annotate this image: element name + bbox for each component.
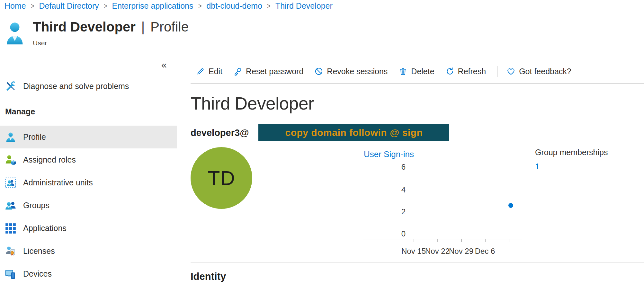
devices-icon [5,269,16,280]
sidebar-collapse-icon[interactable]: « [161,60,167,70]
sidebar-item-diagnose[interactable]: Diagnose and solve problems [0,76,177,96]
breadcrumb: Home > Default Directory > Enterprise ap… [4,1,333,11]
user-principal-name: developer3@ copy domain followin @ sign [191,124,449,141]
license-icon [5,246,16,257]
avatar: TD [191,147,252,209]
section-divider [191,262,644,262]
people-icon [5,200,16,211]
sidebar-item-applications[interactable]: Applications [0,217,177,240]
admin-units-icon [5,177,16,188]
sidebar-item-label: Licenses [23,246,55,256]
page-title-divider: | [139,19,147,34]
y-axis-tick: 4 [363,185,406,194]
breadcrumb-third-developer[interactable]: Third Developer [275,1,333,11]
sidebar-menu: Profile Assigned roles [0,126,177,284]
breadcrumb-separator: > [31,2,34,10]
page-header-text: Third Developer | Profile User [33,18,189,47]
breadcrumb-enterprise-applications[interactable]: Enterprise applications [112,1,193,11]
identity-section-heading: Identity [191,271,226,282]
sidebar-item-label: Assigned roles [23,155,76,164]
person-icon [5,132,16,143]
sidebar-item-profile[interactable]: Profile [0,126,177,148]
y-axis-tick: 6 [363,163,406,172]
reset-password-button[interactable]: Reset password [233,67,303,76]
upn-prefix: developer3@ [191,128,249,138]
revoke-sessions-label: Revoke sessions [327,67,388,76]
sidebar-item-label: Profile [23,132,46,142]
breadcrumb-separator: > [198,2,201,10]
block-icon [314,67,323,76]
sidebar-item-label: Applications [23,224,67,233]
heart-icon [506,67,515,76]
got-feedback-button[interactable]: Got feedback? [506,67,571,76]
page-header: Third Developer | Profile User [6,18,189,48]
sidebar-item-label: Groups [23,201,49,210]
sidebar-item-administrative-units[interactable]: Administrative units [0,171,177,194]
sidebar-section-heading: Manage [5,107,35,116]
edit-label: Edit [209,67,222,76]
delete-button[interactable]: Delete [398,67,434,76]
main-content: Third Developer developer3@ copy domain … [191,84,644,284]
signin-data-point [508,203,513,208]
x-axis-tickmark [485,239,486,242]
domain-redaction-overlay: copy domain followin @ sign [258,124,449,141]
page-title-name: Third Developer [33,19,136,34]
edit-button[interactable]: Edit [196,67,222,76]
user-signins-chart: User Sign-ins 6 4 2 0 Nov 15 Nov 22 Nov … [363,149,522,259]
breadcrumb-default-directory[interactable]: Default Directory [39,1,99,11]
x-axis-tickmark [461,239,462,242]
group-memberships-count-link[interactable]: 1 [535,162,608,172]
breadcrumb-home[interactable]: Home [4,1,26,11]
chart-title-link[interactable]: User Sign-ins [364,149,414,159]
profile-display-name: Third Developer [191,93,314,114]
sidebar-item-licenses[interactable]: Licenses [0,240,177,262]
sidebar-item-label: Devices [23,269,52,279]
page-title-section: Profile [150,19,189,34]
page-title: Third Developer | Profile [33,18,189,36]
x-axis-tickmark [437,239,438,242]
page-subtitle: User [33,39,189,47]
x-axis-line [363,239,522,239]
avatar-initials: TD [208,166,235,190]
got-feedback-label: Got feedback? [519,67,571,76]
breadcrumb-separator: > [104,2,107,10]
group-memberships-label: Group memberships [535,148,608,157]
x-axis-tickmark [414,239,414,242]
pencil-icon [196,67,205,76]
refresh-label: Refresh [458,67,486,76]
sidebar-item-label: Administrative units [23,178,93,187]
toolbar-separator [497,66,498,77]
y-axis-tick: 2 [363,207,406,216]
sidebar-item-devices[interactable]: Devices [0,262,177,284]
sidebar-divider [4,125,163,125]
refresh-button[interactable]: Refresh [445,67,486,76]
refresh-icon [445,67,454,76]
revoke-sessions-button[interactable]: Revoke sessions [314,67,388,76]
sidebar-item-groups[interactable]: Groups [0,194,177,217]
breadcrumb-dbt-cloud-demo[interactable]: dbt-cloud-demo [206,1,262,11]
sidebar: « Diagnose and solve problems Manage [0,59,177,284]
person-cube-icon [5,155,16,165]
key-icon [233,67,242,76]
chart-title-underline [363,161,522,161]
redaction-note: copy domain followin @ sign [285,127,423,138]
group-memberships: Group memberships 1 [535,148,608,172]
app-grid-icon [5,223,16,234]
azure-user-profile-page: Home > Default Directory > Enterprise ap… [0,0,644,284]
tools-icon [5,81,16,92]
reset-password-label: Reset password [246,67,303,76]
sidebar-item-label: Diagnose and solve problems [23,82,129,91]
trash-icon [398,67,407,76]
command-toolbar: Edit Reset password Revoke sessions [191,60,644,83]
user-avatar-icon [6,21,24,48]
y-axis-tick: 0 [363,229,406,238]
breadcrumb-separator: > [267,2,270,10]
delete-label: Delete [411,67,434,76]
sidebar-item-assigned-roles[interactable]: Assigned roles [0,148,177,171]
x-axis-tick: Dec 6 [470,247,499,256]
x-axis-tickmark [509,239,509,242]
